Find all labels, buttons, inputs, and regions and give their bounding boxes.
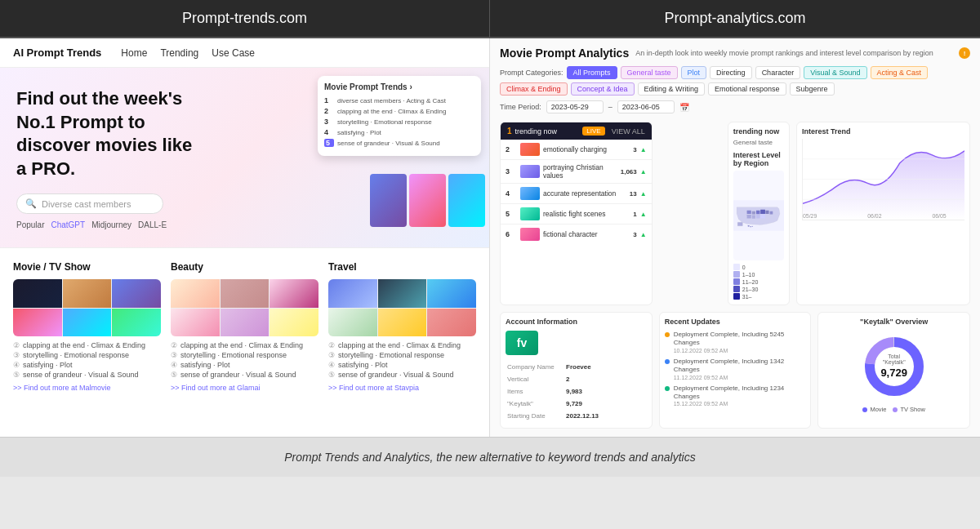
trending-label: trending now — [515, 127, 558, 136]
cat-travel-find-more[interactable]: >> Find out more at Stavpia — [328, 384, 476, 392]
nav-links: Home Trending Use Case — [121, 47, 255, 59]
cat-beauty-list: ②clapping at the end · Climax & Ending ③… — [171, 341, 318, 379]
nav-home[interactable]: Home — [121, 47, 147, 59]
donut-total-value: 9,729 — [880, 367, 907, 379]
t-num-5: 5 — [506, 210, 517, 218]
trending-now-right-title: trending now — [733, 127, 784, 136]
account-info: Account Information fv Company Name Froe… — [500, 312, 653, 429]
legend-item-0: 0 — [733, 264, 784, 270]
cat-beauty-title: Beauty — [171, 261, 318, 273]
t-num-6: 6 — [506, 230, 517, 238]
analytics-grid: 1 trending now LIVE VIEW ALL 2 emotional… — [500, 122, 970, 305]
svg-rect-4 — [760, 210, 765, 214]
starting-date-label: Starting Date — [507, 411, 564, 421]
cat-tag-concept[interactable]: Concept & Idea — [571, 82, 635, 96]
t-arrow-3: ▲ — [640, 168, 647, 176]
t-count-4: 13 — [630, 190, 637, 198]
hero-mockup-card: Movie Prompt Trends › 1 diverse cast mem… — [318, 76, 481, 156]
map-container — [733, 171, 784, 260]
trending-num: 1 — [507, 127, 512, 136]
category-travel: Travel ②clapping at the end · Climax & — [328, 261, 476, 392]
cat-tag-visual[interactable]: Visual & Sound — [804, 66, 866, 79]
cat-img-t2 — [378, 279, 427, 308]
nav-usecase[interactable]: Use Case — [212, 47, 255, 59]
account-table: Company Name Froevee Vertical 2 Items 9,… — [506, 360, 647, 423]
time-period-label: Time Period: — [500, 103, 541, 111]
us-map-svg — [733, 171, 784, 260]
keytalk-legend: Movie TV Show — [862, 406, 924, 413]
tag-popular[interactable]: Popular — [16, 220, 44, 229]
cat-beauty-find-more[interactable]: >> Find out more at Glamai — [171, 384, 318, 392]
map-panel: trending now General taste Interest Leve… — [728, 122, 790, 305]
cat-tag-editing[interactable]: Editing & Writing — [638, 82, 705, 96]
cat-img-m4 — [13, 309, 62, 337]
t-arrow-2: ▲ — [640, 146, 647, 153]
cat-tag-emotional[interactable]: Emotional response — [708, 82, 786, 96]
cat-tag-climax[interactable]: Climax & Ending — [500, 82, 568, 96]
account-row-company: Company Name Froevee — [507, 362, 645, 372]
trending-view-all[interactable]: VIEW ALL — [612, 127, 645, 136]
cat-tag-character[interactable]: Character — [755, 66, 801, 79]
nav-trending[interactable]: Trending — [160, 47, 198, 59]
cat-tag-general[interactable]: General taste — [621, 66, 678, 79]
tag-dalle[interactable]: DALL-E — [138, 220, 167, 229]
time-from-input[interactable] — [546, 100, 604, 113]
tag-midjourney[interactable]: Midjourney — [91, 220, 131, 229]
svg-rect-5 — [765, 211, 768, 214]
table-row: 3 portraying Christian values 1,063 ▲ — [501, 160, 652, 184]
t-num-2: 2 — [506, 145, 517, 153]
cat-movie-list: ②clapping at the end · Climax & Ending ③… — [13, 341, 161, 379]
cat-movie-find-more[interactable]: >> Find out more at Malmovie — [13, 384, 161, 392]
legend-item-1: 1–10 — [733, 271, 784, 278]
t-thumb-5 — [520, 207, 540, 220]
tag-chatgpt[interactable]: ChatGPT — [51, 220, 85, 229]
trend-panel: Interest Trend — [796, 122, 970, 305]
t-count-2: 3 — [633, 146, 636, 153]
calendar-icon[interactable]: 📅 — [679, 103, 689, 112]
cat-movie-thumb — [13, 279, 161, 336]
cat-tag-directing[interactable]: Directing — [710, 66, 752, 79]
left-nav: AI Prompt Trends Home Trending Use Case — [0, 38, 489, 68]
svg-rect-3 — [756, 211, 760, 215]
vertical-label: Vertical — [507, 374, 564, 385]
map-legend: 0 1–10 11–20 — [733, 264, 784, 300]
update-item-2: Deployment Complete, Including 1234 Chan… — [665, 385, 806, 407]
account-row-items: Items 9,983 — [507, 386, 645, 397]
analytics-header: Movie Prompt Analytics An in-depth look … — [500, 47, 970, 60]
account-row-keytalk: "Keytalk" 9,729 — [507, 398, 645, 409]
left-site-text: Prompt-trends.com — [182, 10, 307, 26]
svg-rect-1 — [746, 211, 751, 214]
legend-item-4: 31– — [733, 293, 784, 300]
cat-tag-subgenre[interactable]: Subgenre — [790, 82, 835, 96]
legend-dot-4 — [733, 293, 740, 300]
t-text-4: accurate representation — [543, 189, 626, 198]
starting-date-value: 2022.12.13 — [566, 411, 645, 421]
time-period: Time Period: – 📅 — [500, 100, 970, 113]
cat-tag-acting[interactable]: Acting & Cast — [871, 66, 929, 79]
cat-movie-title: Movie / TV Show — [13, 261, 161, 273]
hero-section: Find out the week's No.1 Prompt to disco… — [0, 68, 489, 247]
svg-rect-8 — [752, 216, 755, 219]
cat-tag-all[interactable]: All Prompts — [567, 66, 617, 79]
keytalk-value: 9,729 — [566, 398, 645, 409]
svg-text:06/02: 06/02 — [867, 213, 881, 219]
svg-rect-11 — [737, 222, 742, 226]
keytalk-label: "Keytalk" — [507, 398, 564, 409]
info-icon[interactable]: ! — [959, 47, 970, 59]
table-row: 4 accurate representation 13 ▲ — [501, 184, 652, 204]
left-site-label: Prompt-trends.com — [0, 0, 490, 37]
brand-name: AI Prompt Trends — [13, 47, 101, 59]
cat-img-m2 — [63, 279, 112, 308]
time-to-input[interactable] — [617, 100, 675, 113]
trending-now-right-sub: General taste — [733, 139, 784, 146]
update-item-1: Deployment Complete, Including 1342 Chan… — [665, 358, 806, 380]
hero-title: Find out the week's No.1 Prompt to disco… — [16, 87, 196, 180]
img-thumb-3 — [448, 174, 485, 227]
hero-search-box[interactable]: 🔍 Diverse cast members — [16, 193, 163, 214]
update-date-2: 15.12.2022 09:52 AM — [674, 401, 806, 407]
mockup-inner: Movie Prompt Trends › 1 diverse cast mem… — [318, 76, 481, 156]
mockup-row-1: 1 diverse cast members · Acting & Cast — [324, 96, 474, 104]
update-text-1: Deployment Complete, Including 1342 Chan… — [674, 358, 806, 375]
prompt-cat-label: Prompt Categories: — [500, 69, 564, 77]
cat-tag-plot[interactable]: Plot — [681, 66, 707, 79]
